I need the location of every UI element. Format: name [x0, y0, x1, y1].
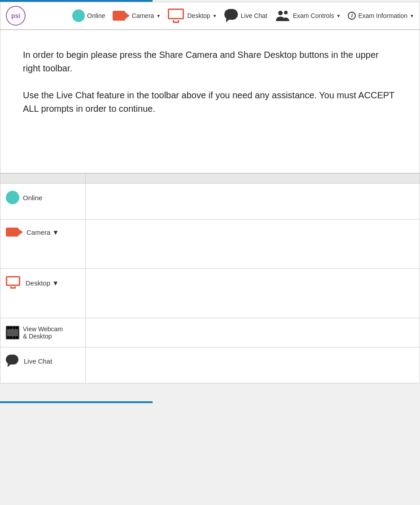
table-row: Live Chat: [0, 347, 420, 383]
desktop-icon: [168, 9, 185, 23]
desktop-content-cell: [86, 269, 420, 318]
viewwebcam-label-cell: View Webcam& Desktop: [0, 318, 86, 347]
bottom-blue-line: [0, 401, 153, 403]
viewwebcam-content-cell: [86, 318, 420, 347]
toolbar-camera-button[interactable]: Camera ▼: [113, 10, 161, 22]
desktop-dropdown-arrow: ▼: [213, 13, 217, 18]
main-content-area: In order to begin please press the Share…: [0, 30, 420, 173]
toolbar: psi Online Camera ▼ Desktop ▼ Live Chat: [0, 2, 420, 30]
toolbar-livechat-button[interactable]: Live Chat: [224, 9, 267, 22]
small-online-icon: [6, 191, 19, 204]
online-content-cell: [86, 184, 420, 220]
table-row: Online: [0, 184, 420, 220]
examinfo-label: Exam Information: [358, 12, 407, 19]
people-icon: [275, 9, 291, 22]
livechat-label: Live Chat: [241, 12, 267, 19]
examinfo-dropdown-arrow: ▼: [410, 13, 414, 18]
film-icon: [6, 326, 19, 339]
table-row: View Webcam& Desktop: [0, 318, 420, 347]
instruction-paragraph-2: Use the Live Chat feature in the toolbar…: [23, 88, 397, 115]
table-header-row: [0, 174, 420, 184]
camera-label: Camera: [132, 12, 154, 19]
examcontrols-dropdown-arrow: ▼: [336, 13, 341, 18]
online-indicator: [72, 9, 85, 22]
toolbar-examinfo-button[interactable]: i Exam Information ▼: [348, 12, 414, 20]
table-header-right: [86, 174, 420, 184]
online-label-cell: Online: [0, 184, 86, 220]
small-chat-icon: [6, 355, 20, 367]
examcontrols-label: Exam Controls: [293, 12, 334, 19]
chat-icon: [224, 9, 239, 22]
table-row: Desktop ▼: [0, 269, 420, 318]
toolbar-examcontrols-button[interactable]: Exam Controls ▼: [275, 9, 341, 22]
instruction-paragraph-1: In order to begin please press the Share…: [23, 48, 397, 75]
psi-logo[interactable]: psi: [6, 6, 26, 26]
online-label: Online: [87, 12, 105, 19]
camera-row-label: Camera ▼: [26, 228, 59, 236]
livechat-row-label: Live Chat: [24, 357, 52, 365]
camera-label-cell: Camera ▼: [0, 220, 86, 269]
camera-icon: [113, 10, 130, 22]
toolbar-desktop-button[interactable]: Desktop ▼: [168, 9, 217, 23]
desktop-label: Desktop: [187, 12, 210, 19]
svg-point-1: [284, 11, 288, 14]
small-desktop-icon: [6, 276, 22, 290]
table-header-left: [0, 174, 86, 184]
camera-content-cell: [86, 220, 420, 269]
camera-dropdown-arrow: ▼: [156, 13, 161, 18]
toolbar-online: Online: [72, 9, 105, 22]
bottom-section: [0, 383, 420, 403]
small-camera-icon: [6, 227, 23, 237]
viewwebcam-row-label: View Webcam& Desktop: [23, 325, 63, 340]
online-row-label: Online: [23, 194, 42, 202]
svg-point-0: [278, 11, 283, 15]
livechat-content-cell: [86, 347, 420, 383]
info-icon: i: [348, 12, 356, 20]
info-table: Online Camera ▼ Desktop ▼: [0, 173, 420, 383]
livechat-label-cell: Live Chat: [0, 347, 86, 383]
desktop-label-cell: Desktop ▼: [0, 269, 86, 318]
table-row: Camera ▼: [0, 220, 420, 269]
desktop-row-label: Desktop ▼: [26, 279, 59, 287]
